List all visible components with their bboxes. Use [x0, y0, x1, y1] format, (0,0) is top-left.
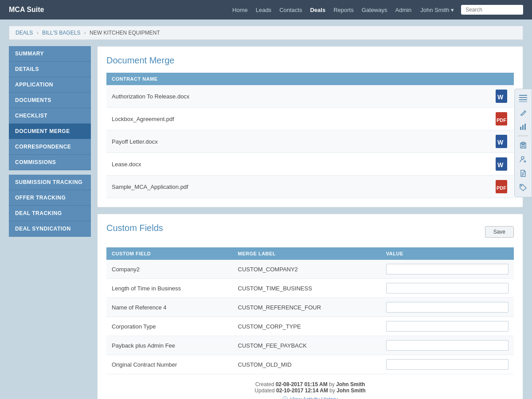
nav-gateways[interactable]: Gateways — [362, 7, 387, 13]
sidebar-item-documents[interactable]: DOCUMENTS — [9, 93, 91, 108]
user-menu[interactable]: John Smith ▾ — [420, 7, 454, 13]
activity-history-link[interactable]: ⓘ View Activity History — [106, 395, 514, 399]
document-merge-card: Document Merge CONTRACT NAME Authorizati… — [97, 46, 523, 207]
cf-table-head: CUSTOM FIELD MERGE LABEL VALUE — [106, 247, 514, 260]
cf-row: Company2 CUSTOM_COMPANY2 — [106, 260, 514, 279]
sidebar-item-application[interactable]: APPLICATION — [9, 77, 91, 93]
sidebar-item-correspondence[interactable]: CORRESPONDENCE — [9, 139, 91, 155]
sidebar-item-offer-tracking[interactable]: OFFER TRACKING — [9, 190, 91, 206]
sidebar-item-summary[interactable]: SUMMARY — [9, 46, 91, 62]
cf-value-input-3[interactable] — [386, 302, 509, 313]
sidebar: SUMMARY DETAILS APPLICATION DOCUMENTS CH… — [9, 46, 91, 237]
right-sidebar-document-icon[interactable] — [516, 167, 530, 180]
pdf-icon-1[interactable]: PDF — [494, 112, 509, 126]
pdf-icon-2[interactable]: PDF — [494, 180, 509, 194]
right-sidebar — [514, 89, 532, 197]
nav-leads[interactable]: Leads — [256, 7, 271, 13]
cf-field-name: Original Contract Number — [106, 355, 233, 374]
svg-rect-17 — [520, 143, 526, 148]
svg-rect-18 — [522, 144, 523, 145]
sidebar-item-checklist[interactable]: CHECKLIST — [9, 108, 91, 124]
updated-user: John Smith — [336, 387, 365, 394]
contract-row: Payoff Letter.docx W — [106, 130, 514, 153]
cf-merge-label: CUSTOM_OLD_MID — [233, 355, 381, 374]
nav-deals[interactable]: Deals — [310, 7, 325, 13]
search-input[interactable] — [461, 5, 523, 15]
nav-contacts[interactable]: Contacts — [279, 7, 302, 13]
app-logo: MCA Suite — [9, 6, 44, 14]
sidebar-item-document-merge[interactable]: DOCUMENT MERGE — [9, 124, 91, 139]
cf-merge-label: CUSTOM_COMPANY2 — [233, 260, 381, 279]
cf-value-input-2[interactable] — [386, 283, 509, 293]
contract-row: Lockbox_Agreement.pdf PDF — [106, 108, 514, 130]
activity-icon: ⓘ — [282, 395, 288, 399]
svg-text:PDF: PDF — [497, 185, 506, 191]
breadcrumb-sep1: › — [37, 30, 39, 36]
save-button[interactable]: Save — [485, 226, 514, 238]
sidebar-item-deal-tracking[interactable]: DEAL TRACKING — [9, 206, 91, 221]
cf-table-body: Company2 CUSTOM_COMPANY2 Length of Time … — [106, 260, 514, 374]
right-sidebar-tag-icon[interactable] — [516, 181, 530, 194]
cf-value-cell — [381, 355, 514, 374]
cf-field-name: Payback plus Admin Fee — [106, 336, 233, 355]
cf-value-input-4[interactable] — [386, 321, 509, 332]
updated-date: 02-10-2017 12:14 AM — [276, 387, 328, 394]
svg-text:PDF: PDF — [497, 117, 506, 123]
main-content: Document Merge CONTRACT NAME Authorizati… — [97, 46, 523, 399]
svg-rect-16 — [524, 124, 526, 130]
sidebar-item-details[interactable]: DETAILS — [9, 62, 91, 77]
contract-row: Sample_MCA_Application.pdf PDF — [106, 176, 514, 198]
top-nav: MCA Suite Home Leads Contacts Deals Repo… — [0, 0, 532, 20]
nav-links: Home Leads Contacts Deals Reports Gatewa… — [232, 7, 411, 13]
right-sidebar-list-icon[interactable] — [516, 92, 530, 105]
svg-text:W: W — [497, 94, 504, 101]
breadcrumb-bills-bagels[interactable]: BILL'S BAGELS — [42, 30, 80, 36]
svg-text:W: W — [497, 161, 504, 168]
nav-reports[interactable]: Reports — [333, 7, 354, 13]
breadcrumb-deals[interactable]: DEALS — [16, 30, 33, 36]
word-icon-2[interactable]: W — [494, 134, 509, 149]
created-date: 02-08-2017 01:15 AM — [276, 381, 328, 387]
nav-home[interactable]: Home — [232, 7, 248, 13]
sidebar-item-commissions[interactable]: COMMISSIONS — [9, 155, 91, 170]
cf-field-name: Name of Reference 4 — [106, 298, 233, 317]
cf-row: Corporation Type CUSTOM_CORP_TYPE — [106, 317, 514, 336]
custom-fields-header: Custom Fields Save — [106, 223, 514, 240]
cf-merge-label: CUSTOM_CORP_TYPE — [233, 317, 381, 336]
content-layout: SUMMARY DETAILS APPLICATION DOCUMENTS CH… — [9, 46, 523, 399]
word-icon-3[interactable]: W — [494, 157, 509, 171]
cf-row: Payback plus Admin Fee CUSTOM_FEE_PAYBAC… — [106, 336, 514, 355]
svg-rect-14 — [520, 127, 521, 130]
svg-rect-10 — [519, 95, 527, 96]
sidebar-divider — [9, 170, 91, 175]
cf-field-name: Company2 — [106, 260, 233, 279]
right-sidebar-chart-icon[interactable] — [516, 120, 530, 133]
contract-filename-1: Authorization To Release.docx — [112, 93, 494, 100]
svg-rect-12 — [519, 99, 527, 100]
nav-admin[interactable]: Admin — [395, 7, 411, 13]
cf-value-input-1[interactable] — [386, 264, 509, 274]
col-header-label: MERGE LABEL — [233, 247, 381, 260]
word-icon-1[interactable]: W — [494, 89, 509, 103]
svg-rect-15 — [522, 125, 524, 130]
svg-point-24 — [521, 185, 522, 186]
right-sidebar-building-icon[interactable] — [516, 138, 530, 152]
right-sidebar-edit-icon[interactable] — [516, 106, 530, 119]
right-sidebar-person-add-icon[interactable] — [516, 153, 530, 166]
sidebar-item-deal-syndication[interactable]: DEAL SYNDICATION — [9, 221, 91, 237]
custom-fields-title: Custom Fields — [106, 223, 163, 233]
activity-label: View Activity History — [290, 396, 337, 399]
cf-value-input-5[interactable] — [386, 340, 509, 351]
footer-info: Created 02-08-2017 01:15 AM by John Smit… — [106, 381, 514, 399]
cf-row: Original Contract Number CUSTOM_OLD_MID — [106, 355, 514, 374]
cf-merge-label: CUSTOM_REFERENCE_FOUR — [233, 298, 381, 317]
sidebar-item-submission-tracking[interactable]: SUBMISSION TRACKING — [9, 175, 91, 190]
created-user: John Smith — [336, 381, 365, 387]
cf-merge-label: CUSTOM_FEE_PAYBACK — [233, 336, 381, 355]
cf-value-input-6[interactable] — [386, 359, 509, 370]
svg-rect-11 — [519, 97, 527, 98]
updated-line: Updated 02-10-2017 12:14 AM by John Smit… — [106, 387, 514, 394]
contract-filename-3: Payoff Letter.docx — [112, 138, 494, 145]
col-header-field: CUSTOM FIELD — [106, 247, 233, 260]
custom-fields-table: CUSTOM FIELD MERGE LABEL VALUE Company2 … — [106, 247, 514, 374]
